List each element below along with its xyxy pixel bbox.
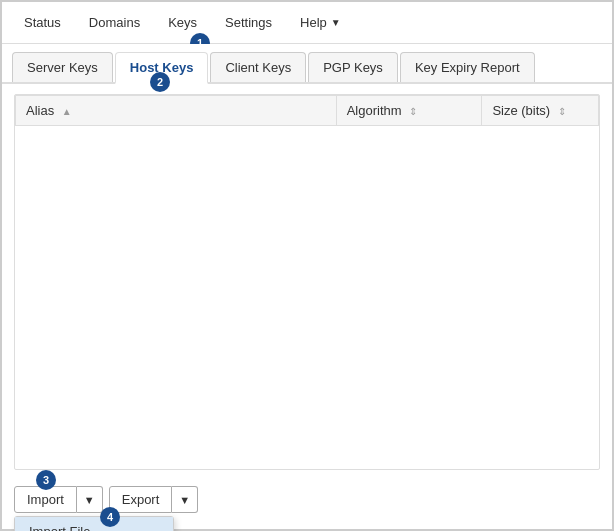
tab-pgp-keys[interactable]: PGP Keys: [308, 52, 398, 82]
col-alias[interactable]: Alias ▲: [16, 96, 337, 126]
import-button[interactable]: Import: [14, 486, 77, 513]
host-keys-table: Alias ▲ Algorithm ⇕ Size (bits) ⇕: [15, 95, 599, 326]
nav-item-domains[interactable]: Domains: [77, 7, 152, 38]
tab-server-keys[interactable]: Server Keys: [12, 52, 113, 82]
export-dropdown-toggle[interactable]: ▼: [172, 486, 198, 513]
export-button[interactable]: Export: [109, 486, 173, 513]
import-dropdown-menu: 4 Import File Import OFTP TSL: [14, 516, 174, 531]
tab-bar: Server Keys Host Keys Client Keys PGP Ke…: [2, 44, 612, 84]
import-dropdown-toggle[interactable]: ▼: [77, 486, 103, 513]
top-nav: Status Domains Keys Settings Help ▼ 1: [2, 2, 612, 44]
nav-item-settings[interactable]: Settings: [213, 7, 284, 38]
dropdown-badge: 4: [100, 507, 120, 527]
chevron-down-icon: ▼: [331, 17, 341, 28]
sort-size-icon: ⇕: [558, 106, 566, 117]
sort-alias-icon: ▲: [62, 106, 72, 117]
col-algorithm[interactable]: Algorithm ⇕: [336, 96, 482, 126]
tab-key-expiry-report[interactable]: Key Expiry Report: [400, 52, 535, 82]
dropdown-item-import-file[interactable]: Import File: [15, 517, 173, 531]
nav-item-status[interactable]: Status: [12, 7, 73, 38]
table-header: Alias ▲ Algorithm ⇕ Size (bits) ⇕: [16, 96, 599, 126]
nav-item-help[interactable]: Help ▼: [288, 7, 353, 38]
col-size[interactable]: Size (bits) ⇕: [482, 96, 599, 126]
table-wrapper: Alias ▲ Algorithm ⇕ Size (bits) ⇕: [14, 94, 600, 470]
export-button-group: Export ▼: [109, 486, 198, 513]
bottom-toolbar: 3 Import ▼ Export ▼ 4 Import File Import…: [14, 480, 600, 519]
main-content: Alias ▲ Algorithm ⇕ Size (bits) ⇕: [2, 84, 612, 529]
tab-badge: 2: [150, 72, 170, 92]
table-body: [16, 126, 599, 326]
tab-client-keys[interactable]: Client Keys: [210, 52, 306, 82]
sort-algorithm-icon: ⇕: [409, 106, 417, 117]
import-button-group: Import ▼: [14, 486, 103, 513]
import-badge: 3: [36, 470, 56, 490]
